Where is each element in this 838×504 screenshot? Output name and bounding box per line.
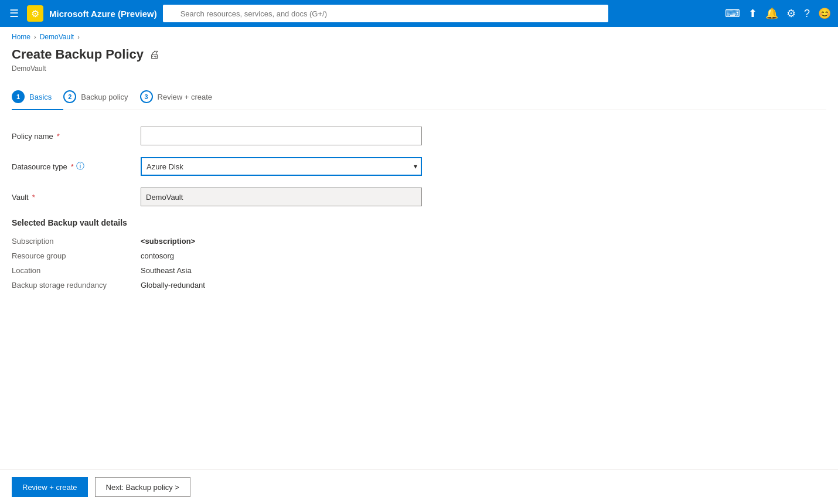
subscription-label: Subscription — [12, 237, 141, 246]
page-subtitle: DemoVault — [0, 64, 838, 79]
tab-backup-policy-label: Backup policy — [81, 93, 128, 101]
vault-required-star: * — [32, 193, 35, 202]
vault-details-table: Subscription <subscription> Resource gro… — [12, 237, 457, 290]
vault-detail-storage-redundancy: Backup storage redundancy Globally-redun… — [12, 281, 457, 290]
upload-icon[interactable]: ⬆ — [748, 7, 757, 20]
nav-actions: ⌨ ⬆ 🔔 ⚙ ? 😊 — [725, 7, 831, 20]
tab-basics-label: Basics — [29, 93, 52, 101]
tab-review-create-label: Review + create — [158, 93, 213, 101]
vault-details-title: Selected Backup vault details — [12, 218, 457, 227]
vault-detail-resource-group: Resource group contosorg — [12, 251, 457, 260]
resource-group-label: Resource group — [12, 251, 141, 260]
form-row-vault: Vault * DemoVault — [12, 188, 457, 206]
info-icon[interactable]: ⓘ — [76, 161, 84, 172]
search-bar: 🔍 — [163, 5, 608, 22]
tab-review-create[interactable]: 3 Review + create — [140, 84, 224, 110]
storage-redundancy-value: Globally-redundant — [141, 281, 205, 290]
datasource-type-select[interactable]: Azure Disk Azure Blobs Azure Database fo… — [141, 157, 422, 176]
required-star: * — [57, 132, 60, 141]
search-input[interactable] — [163, 5, 608, 22]
datasource-type-label: Datasource type * ⓘ — [12, 161, 141, 172]
top-navigation: ☰ ⚙ Microsoft Azure (Preview) 🔍 ⌨ ⬆ 🔔 ⚙ … — [0, 0, 838, 27]
user-icon[interactable]: 😊 — [818, 7, 831, 20]
tab-backup-policy[interactable]: 2 Backup policy — [63, 84, 139, 110]
datasource-required-star: * — [71, 162, 74, 171]
policy-name-input[interactable] — [141, 127, 422, 145]
print-icon[interactable]: 🖨 — [149, 49, 160, 61]
vault-detail-subscription: Subscription <subscription> — [12, 237, 457, 246]
breadcrumb: Home › DemoVault › — [0, 27, 838, 43]
breadcrumb-sep-2: › — [77, 33, 80, 40]
location-value: Southeast Asia — [141, 266, 192, 275]
page-header: Create Backup Policy 🖨 — [0, 43, 838, 64]
tab-basics[interactable]: 1 Basics — [12, 84, 63, 110]
help-icon[interactable]: ? — [804, 8, 810, 20]
vault-label: Vault * — [12, 193, 141, 202]
location-label: Location — [12, 266, 141, 275]
form-row-datasource-type: Datasource type * ⓘ Azure Disk Azure Blo… — [12, 157, 457, 176]
main-content: 1 Basics 2 Backup policy 3 Review + crea… — [0, 79, 838, 290]
wizard-tabs: 1 Basics 2 Backup policy 3 Review + crea… — [12, 79, 826, 110]
vault-detail-location: Location Southeast Asia — [12, 266, 457, 275]
brand-name: Microsoft Azure (Preview) — [49, 9, 157, 19]
page-title: Create Backup Policy — [12, 47, 144, 62]
notification-icon[interactable]: 🔔 — [765, 7, 778, 20]
storage-redundancy-label: Backup storage redundancy — [12, 281, 141, 290]
tab-review-create-num: 3 — [140, 90, 153, 103]
tab-backup-policy-num: 2 — [63, 90, 76, 103]
resource-group-value: contosorg — [141, 251, 174, 260]
hamburger-menu[interactable]: ☰ — [7, 5, 21, 22]
breadcrumb-home[interactable]: Home — [12, 33, 30, 41]
breadcrumb-sep-1: › — [34, 33, 36, 40]
breadcrumb-vault[interactable]: DemoVault — [40, 33, 74, 41]
subscription-value: <subscription> — [141, 237, 195, 246]
policy-name-label: Policy name * — [12, 132, 141, 141]
form-row-policy-name: Policy name * — [12, 127, 457, 145]
vault-readonly: DemoVault — [141, 188, 422, 206]
azure-badge-icon: ⚙ — [27, 5, 43, 22]
terminal-icon[interactable]: ⌨ — [725, 7, 740, 20]
settings-icon[interactable]: ⚙ — [786, 7, 796, 20]
tab-basics-num: 1 — [12, 90, 25, 103]
datasource-type-select-wrapper: Azure Disk Azure Blobs Azure Database fo… — [141, 157, 422, 176]
form-section: Policy name * Datasource type * ⓘ Azure … — [12, 127, 457, 290]
